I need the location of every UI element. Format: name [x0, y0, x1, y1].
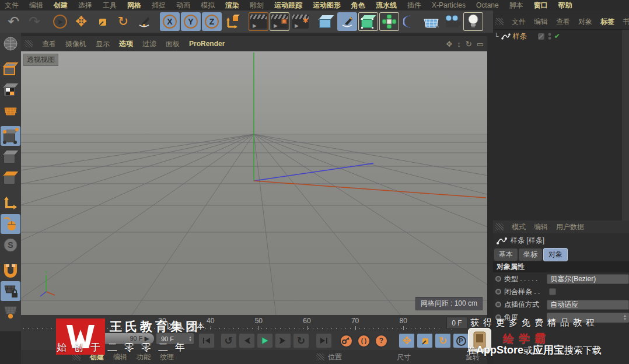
scale-tool[interactable]	[92, 12, 112, 31]
am-menu-item[interactable]: 编辑	[534, 222, 548, 232]
previous-key-button[interactable]: ↺	[221, 333, 237, 348]
snap-settings-icon[interactable]: S	[1, 235, 20, 255]
animation-dot-icon[interactable]	[495, 276, 501, 282]
panel-grip[interactable]	[25, 40, 33, 47]
make-editable-icon[interactable]	[1, 34, 20, 54]
panel-grip[interactable]	[316, 354, 324, 360]
menu-item[interactable]: 模拟	[201, 1, 215, 10]
viewport-menu-item[interactable]: 选项	[119, 39, 133, 49]
viewport-menu-item[interactable]: ProRender	[189, 40, 225, 48]
animation-dot-icon[interactable]	[495, 289, 501, 295]
viewport-menu-item[interactable]: 面板	[166, 39, 180, 49]
perspective-viewport[interactable]: Y 透视视图 网格间距 : 100 cm	[21, 51, 487, 315]
om-menu-item[interactable]: 标签	[600, 17, 614, 27]
menu-item[interactable]: 角色	[351, 1, 365, 10]
edges-mode-icon[interactable]	[1, 147, 20, 167]
materials-menu-item[interactable]: 创建	[90, 352, 104, 362]
object-name[interactable]: 样条	[513, 32, 527, 41]
viewport-pan-icon[interactable]: ✥	[446, 40, 452, 48]
animation-dot-icon[interactable]	[495, 314, 501, 320]
rotate-tool[interactable]: ↻	[113, 12, 133, 31]
add-camera-button[interactable]	[442, 12, 462, 31]
live-selection-tool[interactable]: ➤	[50, 12, 70, 31]
object-properties-header[interactable]: 对象属性	[493, 261, 629, 272]
viewport-rotate-icon[interactable]: ↻	[466, 40, 472, 48]
menu-item[interactable]: Octane	[476, 1, 499, 9]
points-mode-icon[interactable]	[1, 126, 20, 146]
keyframe-presets-button[interactable]	[471, 333, 487, 348]
menu-item[interactable]: 雕刻	[250, 1, 264, 10]
object-tree-scrollbar[interactable]	[622, 30, 629, 221]
menu-item[interactable]: X-Particles	[432, 1, 466, 9]
render-view-button[interactable]	[249, 12, 268, 31]
undo-button[interactable]: ↶	[4, 12, 23, 31]
key-rotation-toggle[interactable]: ↻	[435, 333, 451, 348]
workplane-mode-icon[interactable]	[1, 101, 20, 121]
closed-spline-checkbox[interactable]	[549, 288, 556, 295]
am-menu-item[interactable]: 用户数据	[556, 222, 584, 232]
viewport-zoom-icon[interactable]: ↕	[457, 40, 461, 48]
render-settings-button[interactable]: ✱	[291, 12, 310, 31]
add-primitive-cube-button[interactable]	[316, 12, 336, 31]
snap-magnet-icon[interactable]	[1, 260, 20, 280]
menu-item[interactable]: 运动图形	[313, 1, 341, 10]
y-axis-lock-button[interactable]: Y	[181, 12, 201, 31]
menu-item[interactable]: 工具	[103, 1, 117, 10]
om-menu-item[interactable]: 文件	[512, 17, 526, 27]
menu-item[interactable]: 网格	[127, 1, 141, 10]
enabled-check-icon[interactable]: ✔	[554, 32, 560, 40]
previous-frame-button[interactable]	[239, 333, 255, 348]
current-frame-field[interactable]: 0 F	[446, 317, 467, 329]
add-subdivision-surface-button[interactable]	[358, 12, 378, 31]
add-deformer-button[interactable]	[379, 12, 399, 31]
panel-grip[interactable]	[72, 354, 81, 360]
menu-item[interactable]: 脚本	[509, 1, 523, 10]
autokey-button[interactable]: ( )	[356, 333, 372, 348]
next-key-button[interactable]: ↻	[293, 333, 309, 348]
viewport-menu-item[interactable]: 摄像机	[65, 39, 86, 49]
menu-item[interactable]: 渲染	[225, 1, 239, 10]
interpolation-dropdown[interactable]: 自动适应	[547, 300, 629, 310]
panel-grip[interactable]	[495, 223, 504, 230]
move-tool[interactable]: ✥	[71, 12, 91, 31]
menu-item[interactable]: 帮助	[558, 1, 572, 10]
viewport-maximize-icon[interactable]: ▭	[477, 40, 484, 48]
materials-menu-item[interactable]: 纹理	[160, 352, 174, 362]
play-button[interactable]	[257, 333, 273, 348]
keyframe-selection-button[interactable]: ?	[373, 333, 389, 348]
menu-item[interactable]: 选择	[78, 1, 92, 10]
menu-item[interactable]: 运动跟踪	[274, 1, 302, 10]
z-axis-lock-button[interactable]: Z	[202, 12, 222, 31]
goto-start-button[interactable]	[198, 333, 215, 348]
timeline-range-slider[interactable]: ▲▼ ◀ 0 F 90 F ▶ 90 F▲▼	[58, 333, 182, 344]
materials-menu-item[interactable]: 功能	[137, 352, 151, 362]
menu-item[interactable]: 动画	[176, 1, 190, 10]
om-menu-item[interactable]: 查看	[556, 17, 570, 27]
type-dropdown[interactable]: 贝塞尔(Bezier)	[547, 274, 629, 284]
layer-tag-icon[interactable]	[537, 33, 545, 40]
spline-pen-tool[interactable]	[134, 12, 154, 31]
viewport-menu-item[interactable]: 显示	[96, 39, 110, 49]
range-spinner[interactable]: ▲▼	[58, 333, 66, 344]
goto-end-button[interactable]	[316, 333, 332, 348]
key-scale-toggle[interactable]	[417, 333, 433, 348]
om-menu-item[interactable]: 编辑	[534, 17, 548, 27]
attribute-tab[interactable]: 基本	[494, 249, 518, 261]
menu-item[interactable]: 窗口	[534, 1, 548, 10]
om-menu-item[interactable]: 对象	[578, 17, 592, 27]
key-position-toggle[interactable]: ✥	[399, 333, 415, 348]
x-axis-lock-button[interactable]: X	[160, 12, 180, 31]
texture-mode-icon[interactable]	[1, 80, 20, 100]
add-field-button[interactable]	[400, 12, 420, 31]
viewport-menu-item[interactable]: 查看	[42, 39, 56, 49]
menu-item[interactable]: 编辑	[29, 1, 43, 10]
menu-item[interactable]: 流水线	[376, 1, 397, 10]
menu-item[interactable]: 创建	[54, 1, 68, 10]
add-light-button[interactable]	[463, 12, 483, 31]
menu-item[interactable]: 插件	[407, 1, 421, 10]
record-keyframe-button[interactable]	[338, 333, 354, 348]
polygons-mode-icon[interactable]	[1, 168, 20, 188]
viewport-menu-item[interactable]: 过滤	[142, 39, 156, 49]
viewport-solo-mouse-icon[interactable]	[1, 214, 20, 234]
workplane-lock-icon[interactable]	[1, 281, 20, 301]
